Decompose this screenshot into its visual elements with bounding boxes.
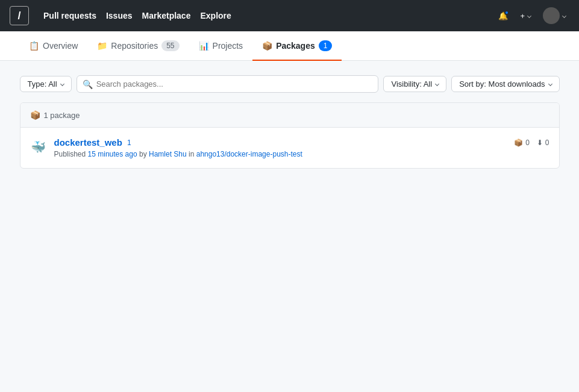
repositories-badge: 55 [161, 40, 179, 51]
navbar-actions: 🔔 + [495, 5, 569, 26]
search-icon: 🔍 [83, 79, 93, 89]
packages-count-label: 1 package [44, 111, 80, 120]
downloads-count: 0 [545, 138, 549, 147]
packages-badge: 1 [319, 40, 333, 51]
nav-explore[interactable]: Explore [200, 8, 231, 23]
tab-overview[interactable]: 📋 Overview [19, 32, 87, 61]
main-content: Type: All 🔍 Visibility: All Sort by: Mos… [1, 61, 579, 183]
plus-icon: + [520, 11, 525, 20]
visibility-filter-button[interactable]: Visibility: All [383, 76, 446, 92]
sort-filter-button[interactable]: Sort by: Most downloads [451, 76, 559, 92]
repo-link[interactable]: ahngo13/docker-image-push-test [196, 150, 302, 158]
in-label: in [189, 150, 196, 158]
user-menu-button[interactable] [539, 5, 569, 26]
versions-stat: 📦 0 [514, 138, 530, 147]
new-menu-button[interactable]: + [516, 9, 534, 23]
tab-projects-label: Projects [213, 41, 243, 51]
package-info: dockertest_web 1 Published 15 minutes ag… [54, 137, 507, 158]
tab-repositories-label: Repositories [111, 41, 158, 51]
docker-icon: 🐳 [31, 140, 46, 154]
chevron-down-icon [562, 13, 566, 17]
package-name-link[interactable]: dockertest_web [54, 137, 122, 148]
package-version[interactable]: 1 [127, 138, 131, 147]
avatar [543, 7, 560, 24]
package-meta: Published 15 minutes ago by Hamlet Shu i… [54, 150, 507, 158]
filter-bar: Type: All 🔍 Visibility: All Sort by: Mos… [20, 75, 560, 93]
package-logo: 🐳 [30, 138, 47, 155]
downloads-stat: ⬇ 0 [537, 138, 549, 147]
visibility-chevron-icon [435, 82, 439, 86]
type-chevron-icon [60, 82, 64, 86]
visibility-filter-label: Visibility: All [391, 79, 432, 89]
package-header-icon: 📦 [30, 110, 40, 120]
projects-icon: 📊 [199, 41, 209, 51]
sort-chevron-icon [548, 82, 552, 86]
notifications-button[interactable]: 🔔 [495, 9, 512, 23]
filter-right: Visibility: All Sort by: Most downloads [383, 76, 559, 92]
nav-pull-requests[interactable]: Pull requests [43, 8, 96, 23]
search-input-wrap: 🔍 [77, 75, 379, 93]
notification-dot [504, 10, 509, 15]
tab-repositories[interactable]: 📁 Repositories 55 [87, 32, 189, 61]
versions-count: 0 [525, 138, 530, 147]
tab-packages[interactable]: 📦 Packages 1 [252, 32, 342, 61]
overview-icon: 📋 [29, 41, 39, 51]
versions-icon: 📦 [514, 138, 523, 147]
type-filter-label: Type: All [28, 79, 57, 89]
search-packages-input[interactable] [77, 75, 379, 93]
github-logo[interactable]: / [10, 6, 29, 25]
package-name-row: dockertest_web 1 [54, 137, 507, 148]
time-ago-link[interactable]: 15 minutes ago [88, 150, 137, 158]
packages-icon: 📦 [262, 41, 272, 51]
package-stats: 📦 0 ⬇ 0 [514, 138, 549, 147]
author-link[interactable]: Hamlet Shu [149, 150, 187, 158]
navbar: / Pull requests Issues Marketplace Explo… [0, 0, 579, 31]
profile-tabs-container: 📋 Overview 📁 Repositories 55 📊 Projects … [0, 31, 579, 61]
packages-box: 📦 1 package 🐳 dockertest_web 1 Published… [20, 102, 560, 169]
table-row: 🐳 dockertest_web 1 Published 15 minutes … [20, 128, 559, 168]
published-prefix: Published [54, 150, 86, 158]
repositories-icon: 📁 [97, 41, 107, 51]
profile-tabs: 📋 Overview 📁 Repositories 55 📊 Projects … [19, 31, 560, 60]
tab-overview-label: Overview [43, 41, 78, 51]
sort-filter-label: Sort by: Most downloads [459, 79, 545, 89]
nav-issues[interactable]: Issues [106, 8, 133, 23]
nav-marketplace[interactable]: Marketplace [142, 8, 191, 23]
tab-packages-label: Packages [276, 41, 315, 51]
chevron-down-icon [527, 13, 531, 17]
tab-projects[interactable]: 📊 Projects [189, 32, 253, 61]
packages-header: 📦 1 package [20, 103, 559, 128]
downloads-icon: ⬇ [537, 138, 543, 147]
by-label: by [139, 150, 149, 158]
type-filter-button[interactable]: Type: All [20, 76, 72, 92]
